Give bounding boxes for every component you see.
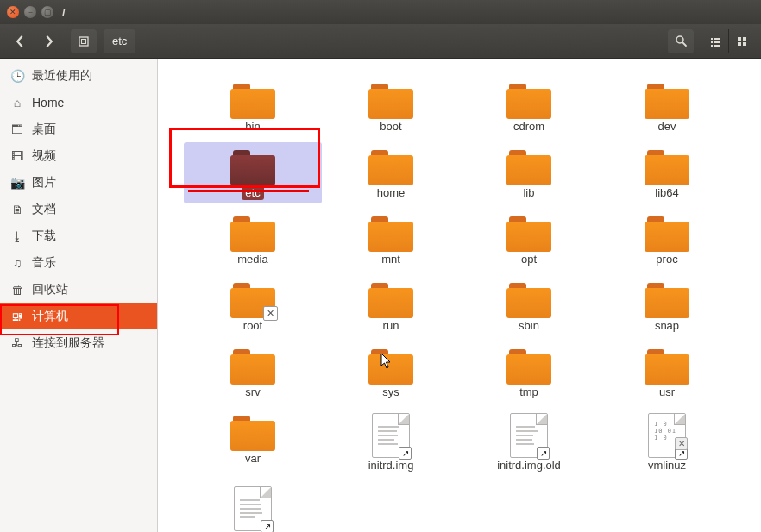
documents-icon: 🗎	[10, 203, 24, 216]
view-list-button[interactable]	[702, 29, 728, 53]
view-grid-button[interactable]	[728, 29, 754, 53]
sidebar-item-documents[interactable]: 🗎文档	[0, 196, 157, 222]
sidebar-item-home[interactable]: ⌂Home	[0, 89, 157, 116]
grid-item[interactable]: bin	[184, 76, 322, 137]
grid-item[interactable]: dev	[598, 76, 736, 137]
symlink-icon: ↗	[261, 520, 274, 532]
grid-item-label: sbin	[515, 318, 543, 333]
home-icon: ⌂	[10, 96, 24, 110]
grid-item-label: dev	[655, 119, 680, 134]
music-icon: ♫	[10, 256, 24, 270]
grid-item[interactable]: sbin	[460, 275, 598, 336]
computer-icon	[78, 35, 90, 47]
grid-item-label: usr	[656, 385, 678, 399]
svg-line-3	[682, 42, 686, 46]
grid-item[interactable]: ↗initrd.img.old	[460, 408, 598, 476]
folder-icon	[230, 347, 275, 385]
symlink-icon: ↗	[537, 447, 550, 460]
sidebar-item-downloads[interactable]: ⭳下载	[0, 222, 157, 249]
grid-item[interactable]: cdrom	[460, 76, 598, 137]
sidebar-item-label: 桌面	[32, 122, 56, 137]
downloads-icon: ⭳	[10, 229, 24, 243]
video-icon: 🎞	[10, 149, 24, 163]
svg-rect-11	[743, 37, 746, 41]
folder-icon	[645, 147, 689, 185]
folder-icon	[368, 347, 413, 385]
grid-item-label: srv	[242, 385, 263, 399]
svg-rect-4	[711, 38, 713, 40]
search-button[interactable]	[668, 29, 694, 53]
grid-item[interactable]: boot	[322, 76, 460, 137]
sidebar-item-clock[interactable]: 🕒最近使用的	[0, 62, 157, 89]
back-button[interactable]	[7, 29, 33, 53]
sidebar-item-pictures[interactable]: 📷图片	[0, 169, 157, 196]
grid-item-label: proc	[652, 252, 681, 266]
folder-icon	[230, 413, 275, 451]
folder-icon	[645, 347, 689, 385]
grid-item[interactable]: etc	[184, 142, 322, 203]
grid-item[interactable]: media	[184, 209, 322, 270]
grid-item-label: initrd.img.old	[494, 458, 564, 473]
search-icon	[675, 34, 688, 47]
minimize-icon[interactable]: －	[24, 6, 36, 18]
grid-item[interactable]: ↗initrd.img	[322, 408, 460, 476]
grid-item[interactable]: usr	[598, 341, 736, 403]
grid-item[interactable]: home	[322, 142, 460, 203]
grid-item-label: run	[380, 318, 403, 333]
sidebar-item-computer[interactable]: 🖳计算机	[0, 303, 157, 329]
grid-item-label: sys	[379, 385, 403, 399]
folder-icon	[368, 147, 413, 185]
close-icon[interactable]: ✕	[7, 6, 19, 18]
grid-item[interactable]: var	[184, 408, 322, 476]
sidebar-item-label: 连接到服务器	[32, 335, 104, 351]
grid-item-label: var	[242, 451, 264, 466]
grid-item[interactable]: opt	[460, 209, 598, 270]
sidebar-item-label: 回收站	[32, 282, 68, 297]
window-controls: ✕ － ▢	[7, 6, 53, 18]
svg-rect-12	[738, 42, 741, 46]
computer-icon: 🖳	[10, 310, 24, 323]
sidebar-item-server[interactable]: 🖧连接到服务器	[0, 329, 157, 356]
sidebar-item-video[interactable]: 🎞视频	[0, 142, 157, 169]
grid-item[interactable]: mnt	[322, 209, 460, 270]
grid-item-label: bin	[242, 119, 263, 134]
list-icon	[709, 35, 721, 47]
grid-item[interactable]: 1 0 10 01 1 0↗✕vmlinuz	[598, 408, 736, 476]
grid-item[interactable]: ✕root	[184, 275, 322, 336]
grid-item[interactable]: lib	[460, 142, 598, 203]
trash-icon: 🗑	[10, 283, 24, 297]
grid-item-label: home	[374, 185, 409, 200]
grid-item[interactable]: ↗vmlinuz.old	[184, 481, 322, 532]
grid-item[interactable]: sys	[322, 341, 460, 403]
grid-item[interactable]: tmp	[460, 341, 598, 403]
grid-item[interactable]: lib64	[598, 142, 736, 203]
svg-rect-5	[714, 38, 720, 40]
forward-button[interactable]	[36, 29, 62, 53]
text-file-icon: ↗	[372, 413, 410, 458]
desktop-icon: 🗔	[10, 122, 24, 136]
grid-item[interactable]: proc	[598, 209, 736, 270]
chevron-right-icon	[43, 35, 55, 47]
svg-rect-7	[714, 41, 720, 43]
sidebar-item-label: 最近使用的	[32, 68, 92, 84]
icon-grid: binbootcdromdevetchomeliblib64mediamntop…	[158, 59, 761, 532]
path-root-button[interactable]	[71, 29, 97, 53]
grid-item-label: cdrom	[510, 119, 548, 134]
content-area[interactable]: binbootcdromdevetchomeliblib64mediamntop…	[158, 59, 761, 532]
grid-item[interactable]: snap	[598, 275, 736, 336]
maximize-icon[interactable]: ▢	[41, 6, 53, 18]
no-access-icon: ✕	[263, 306, 278, 321]
path-segment-etc[interactable]: etc	[104, 29, 135, 53]
sidebar-item-label: 图片	[32, 175, 56, 191]
sidebar-item-label: 下载	[32, 228, 56, 244]
grid-item[interactable]: srv	[184, 341, 322, 403]
grid-item-label: lib	[519, 185, 538, 200]
svg-rect-1	[82, 39, 86, 43]
text-file-icon: ↗	[510, 413, 548, 458]
sidebar-item-trash[interactable]: 🗑回收站	[0, 276, 157, 303]
grid-item[interactable]: run	[322, 275, 460, 336]
folder-icon	[230, 147, 275, 185]
sidebar-item-music[interactable]: ♫音乐	[0, 249, 157, 276]
sidebar-item-desktop[interactable]: 🗔桌面	[0, 116, 157, 142]
folder-icon	[645, 280, 689, 318]
